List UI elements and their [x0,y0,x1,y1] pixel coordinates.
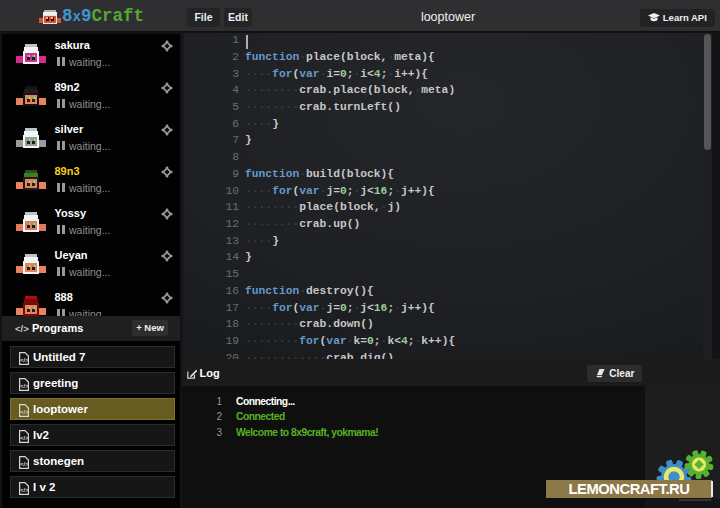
svg-text:</>: </> [20,435,29,441]
svg-text:</>: </> [20,357,29,363]
svg-text:</>: </> [20,461,29,467]
svg-text:</>: </> [20,487,29,493]
svg-text:</>: </> [20,409,29,415]
svg-text:</>: </> [20,383,29,389]
